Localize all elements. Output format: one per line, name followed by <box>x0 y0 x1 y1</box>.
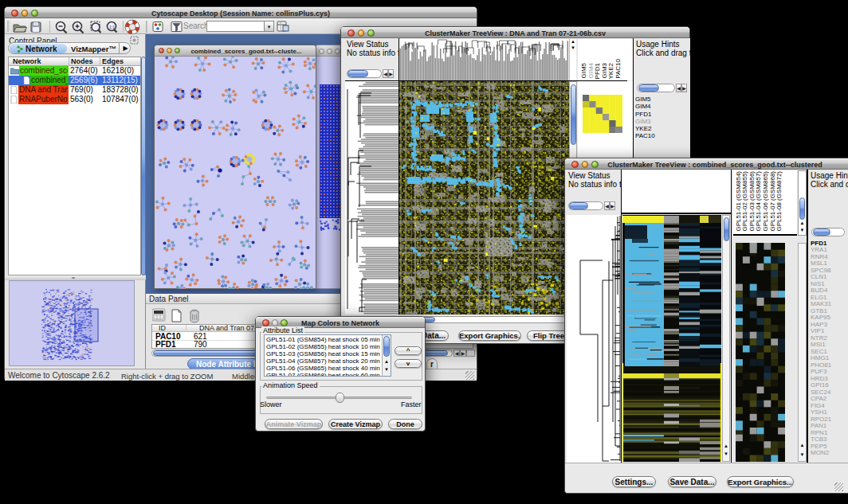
svg-text:1:1: 1:1 <box>109 25 115 29</box>
